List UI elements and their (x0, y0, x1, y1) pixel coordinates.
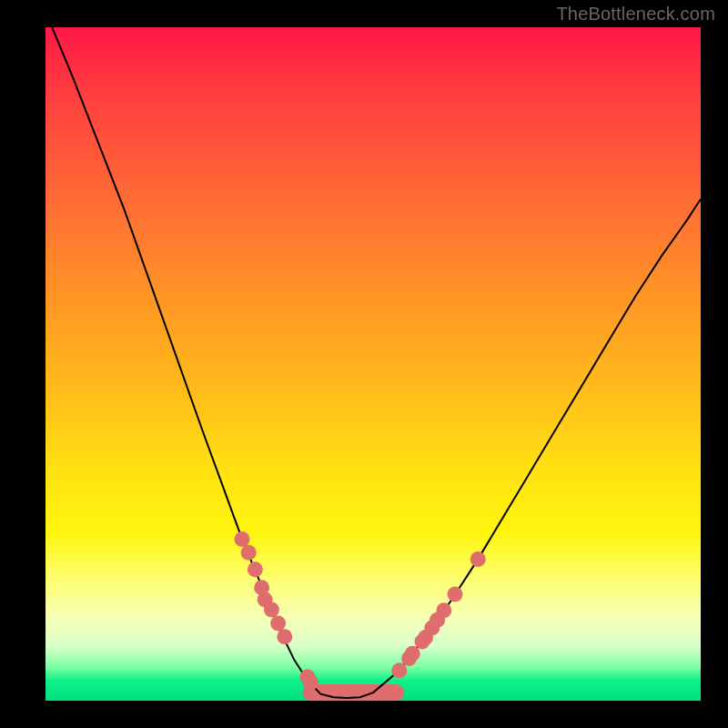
bead-marker (264, 602, 279, 618)
bead-marker (448, 587, 463, 602)
chart-frame: TheBottleneck.com (0, 0, 728, 728)
bead-marker (248, 561, 263, 577)
bead-marker (235, 531, 250, 547)
bottleneck-curve (52, 27, 701, 698)
bead-marker (303, 675, 318, 691)
bead-marker (277, 629, 292, 644)
bead-marker (241, 545, 257, 561)
bead-marker (270, 615, 286, 631)
watermark-text: TheBottleneck.com (556, 4, 715, 25)
plot-area (46, 27, 701, 701)
bead-marker (405, 646, 420, 662)
bead-group (235, 531, 486, 691)
bead-marker (470, 551, 486, 567)
bead-marker (391, 662, 407, 678)
bead-marker (436, 602, 451, 618)
curve-overlay (46, 27, 701, 701)
